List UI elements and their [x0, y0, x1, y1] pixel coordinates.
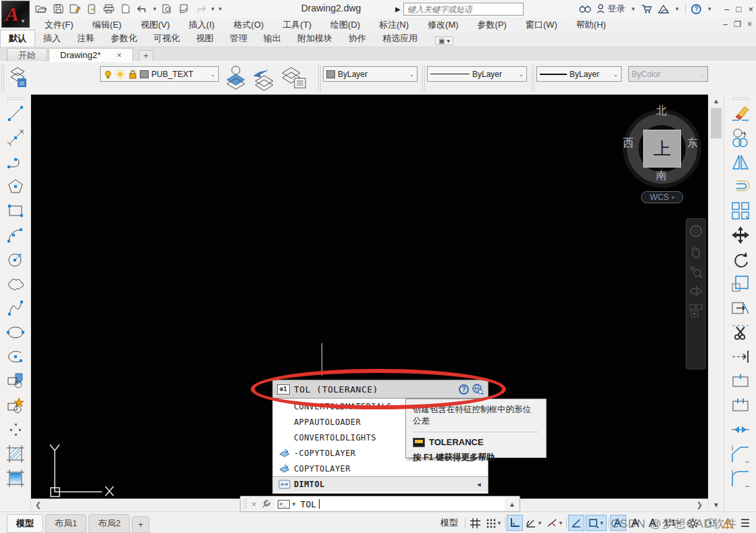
previous-layer-button[interactable]	[251, 65, 276, 91]
break-at-point-tool-button[interactable]	[728, 369, 753, 393]
internet-search-icon[interactable]	[472, 384, 484, 395]
join-tool-button[interactable]	[728, 417, 753, 442]
ellipse-arc-tool-button[interactable]	[3, 345, 28, 369]
doc-minimize-button[interactable]: –	[724, 20, 728, 29]
help-search-input[interactable]	[403, 3, 524, 16]
qat-customize-icon[interactable]: ▼	[218, 6, 223, 12]
minimize-button[interactable]: –	[724, 4, 729, 14]
undo-button[interactable]	[135, 2, 150, 16]
layout-tab-model[interactable]: 模型	[7, 514, 43, 533]
help-icon[interactable]: ?	[691, 4, 701, 14]
autocomplete-selected-row[interactable]: ⊕1 TOL (TOLERANCE) ?	[272, 380, 488, 399]
ortho-mode-toggle[interactable]	[507, 515, 523, 531]
chevron-down-icon[interactable]: ▼	[558, 520, 563, 526]
scroll-right-icon[interactable]: ❯	[697, 501, 703, 509]
offset-tool-button[interactable]	[728, 174, 753, 199]
chamfer-tool-button[interactable]	[728, 442, 753, 466]
save-button[interactable]	[51, 2, 66, 16]
redo-button[interactable]	[193, 2, 208, 16]
circle-tool-button[interactable]	[3, 247, 28, 272]
plot-button[interactable]	[101, 2, 116, 16]
app-store-cart-icon[interactable]	[641, 4, 653, 14]
new-drawing-button[interactable]	[118, 2, 133, 16]
file-tab-drawing2[interactable]: Drawing2* ×	[49, 48, 133, 61]
ribbon-tab-featured[interactable]: 精选应用	[374, 30, 426, 47]
application-menu-button[interactable]: A ▼	[1, 1, 30, 28]
file-tab-close-icon[interactable]: ×	[117, 51, 122, 60]
plot-preview-button[interactable]	[159, 2, 174, 16]
move-tool-button[interactable]	[728, 223, 753, 247]
layout-tab-layout1[interactable]: 布局1	[45, 514, 86, 533]
menu-parametric[interactable]: 参数(P)	[468, 18, 516, 32]
customize-wrench-icon[interactable]	[261, 499, 271, 509]
scale-tool-button[interactable]	[728, 272, 753, 296]
color-combobox[interactable]: ByLayer ⌄	[323, 66, 418, 82]
ellipse-tool-button[interactable]	[3, 320, 28, 345]
viewcube-top-face[interactable]: 上	[643, 130, 681, 168]
maximize-button[interactable]: □	[736, 4, 742, 14]
scroll-down-icon[interactable]: ▼	[709, 501, 724, 509]
erase-tool-button[interactable]	[728, 101, 753, 126]
ribbon-tab-addins[interactable]: 附加模块	[289, 30, 341, 47]
spline-tool-button[interactable]	[3, 296, 28, 320]
linetype-combobox[interactable]: ByLayer ⌄	[427, 66, 527, 82]
scroll-left-icon[interactable]: ❮	[35, 501, 41, 509]
share-mobile-button[interactable]	[84, 2, 99, 16]
command-history-up-icon[interactable]: ▲	[509, 501, 517, 508]
toolbar-grip[interactable]	[422, 65, 426, 92]
rectangle-tool-button[interactable]	[3, 199, 28, 223]
chevron-down-icon[interactable]: ▼	[497, 520, 502, 526]
file-tab-start[interactable]: 开始	[7, 48, 47, 61]
mirror-tool-button[interactable]	[728, 150, 753, 174]
command-bar-close-icon[interactable]: ×	[251, 499, 257, 509]
ribbon-tab-manage[interactable]: 管理	[222, 30, 255, 47]
model-space-button[interactable]: 模型	[435, 517, 463, 529]
sheet-set-button[interactable]	[176, 2, 191, 16]
array-tool-button[interactable]	[728, 199, 753, 223]
rotate-tool-button[interactable]	[728, 247, 753, 272]
break-tool-button[interactable]	[728, 393, 753, 417]
insert-block-tool-button[interactable]	[3, 369, 28, 393]
layer-combobox[interactable]: PUB_TEXT ⌄	[100, 66, 219, 82]
arc-tool-button[interactable]	[3, 223, 28, 247]
menu-window[interactable]: 窗口(W)	[516, 18, 567, 32]
object-snap-toggle[interactable]: ▼	[586, 515, 607, 531]
toolbar-grip[interactable]	[1, 65, 5, 92]
command-bar-grip[interactable]	[243, 499, 247, 509]
signin-dropdown-icon[interactable]: ▼	[630, 6, 636, 12]
gradient-tool-button[interactable]	[3, 466, 28, 490]
toolbar-grip[interactable]	[531, 65, 535, 92]
scroll-up-icon[interactable]: ▲	[709, 97, 724, 105]
autocomplete-item-dimtol[interactable]: DIMTOL ◀	[273, 476, 488, 492]
ribbon-tab-view[interactable]: 视图	[188, 30, 222, 47]
close-button[interactable]: ×	[748, 4, 753, 14]
search-expand-icon[interactable]: ▶	[395, 5, 401, 13]
scrollbar-thumb[interactable]	[711, 108, 722, 138]
ribbon-tab-parametric[interactable]: 参数化	[103, 30, 145, 47]
create-block-tool-button[interactable]	[3, 393, 28, 417]
line-tool-button[interactable]	[3, 101, 28, 126]
command-input[interactable]: >_ ▼ TOL	[275, 497, 505, 511]
command-help-icon[interactable]: ?	[459, 384, 469, 395]
make-current-layer-button[interactable]	[224, 65, 247, 91]
redo-dropdown-icon[interactable]: ▼	[210, 6, 216, 12]
drawing-canvas[interactable]: 上 北 南 西 东 WCS ▾ ⊕1	[31, 95, 708, 499]
ribbon-tab-visualize[interactable]: 可视化	[145, 30, 188, 47]
undo-dropdown-icon[interactable]: ▼	[152, 6, 157, 12]
doc-close-button[interactable]: ×	[747, 20, 752, 29]
sign-in-button[interactable]: 登录	[597, 3, 625, 15]
point-tool-button[interactable]	[3, 417, 28, 442]
toolbar-grip[interactable]	[732, 97, 749, 100]
menu-help[interactable]: 帮助(H)	[567, 18, 615, 32]
polyline-tool-button[interactable]	[3, 150, 28, 174]
fillet-tool-button[interactable]	[728, 466, 753, 490]
menu-modify[interactable]: 修改(M)	[418, 18, 468, 32]
toolbar-grip[interactable]	[7, 97, 24, 100]
layout-tab-layout2[interactable]: 布局2	[89, 514, 130, 533]
ribbon-tab-output[interactable]: 输出	[255, 30, 289, 47]
copy-tool-button[interactable]	[728, 126, 753, 150]
new-file-tab-button[interactable]: +	[138, 50, 153, 61]
construction-line-tool-button[interactable]	[3, 126, 28, 150]
orbit-icon[interactable]	[689, 285, 703, 297]
isodraft-toggle[interactable]: ▼	[545, 515, 565, 531]
